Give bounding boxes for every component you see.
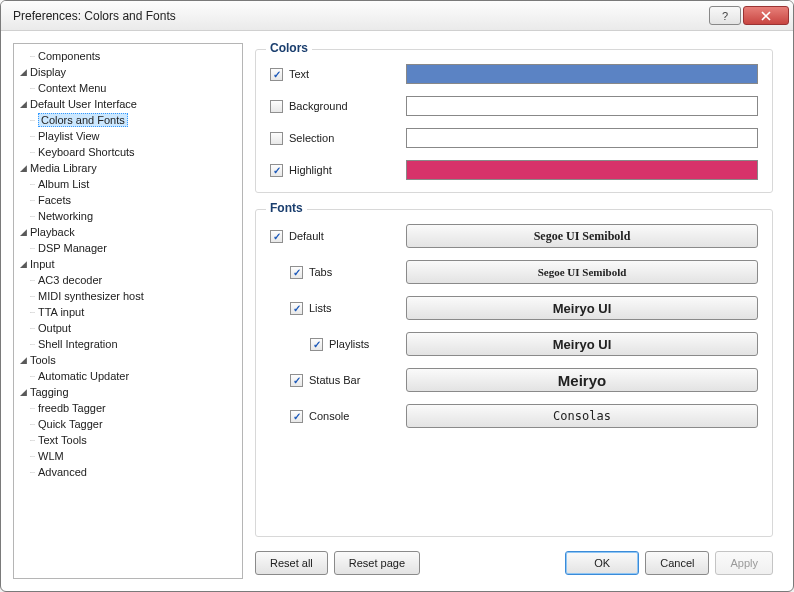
font-tabs-button[interactable]: Segoe UI Semibold bbox=[406, 260, 758, 284]
settings-panel: Colors Text Background Selection Highlig… bbox=[255, 43, 781, 579]
checkbox-icon bbox=[270, 100, 283, 113]
color-selection-swatch[interactable] bbox=[406, 128, 758, 148]
tree-item-display[interactable]: ◢Display bbox=[16, 64, 240, 80]
checkbox-icon bbox=[270, 68, 283, 81]
colors-group-title: Colors bbox=[266, 41, 312, 55]
tree-item-keyboard-shortcuts[interactable]: ┈Keyboard Shortcuts bbox=[16, 144, 240, 160]
color-background-checkbox[interactable]: Background bbox=[270, 100, 400, 113]
button-bar: Reset all Reset page OK Cancel Apply bbox=[255, 547, 781, 579]
tree-item-advanced[interactable]: ┈Advanced bbox=[16, 464, 240, 480]
checkbox-icon bbox=[290, 410, 303, 423]
tree-item-shell-integration[interactable]: ┈Shell Integration bbox=[16, 336, 240, 352]
category-tree[interactable]: ┈Components ◢Display ┈Context Menu ◢Defa… bbox=[13, 43, 243, 579]
ok-button[interactable]: OK bbox=[565, 551, 639, 575]
chevron-down-icon[interactable]: ◢ bbox=[16, 387, 30, 397]
tree-item-wlm[interactable]: ┈WLM bbox=[16, 448, 240, 464]
chevron-down-icon[interactable]: ◢ bbox=[16, 99, 30, 109]
tree-item-components[interactable]: ┈Components bbox=[16, 48, 240, 64]
tree-item-automatic-updater[interactable]: ┈Automatic Updater bbox=[16, 368, 240, 384]
font-console-checkbox[interactable]: Console bbox=[290, 410, 400, 423]
tree-item-default-ui[interactable]: ◢Default User Interface bbox=[16, 96, 240, 112]
fonts-group: Fonts Default Segoe UI Semibold Tabs Seg… bbox=[255, 209, 773, 537]
color-highlight-swatch[interactable] bbox=[406, 160, 758, 180]
tree-item-playlist-view[interactable]: ┈Playlist View bbox=[16, 128, 240, 144]
tree-item-tta[interactable]: ┈TTA input bbox=[16, 304, 240, 320]
font-playlists-checkbox[interactable]: Playlists bbox=[310, 338, 400, 351]
font-console-button[interactable]: Consolas bbox=[406, 404, 758, 428]
tree-item-tools[interactable]: ◢Tools bbox=[16, 352, 240, 368]
help-button[interactable]: ? bbox=[709, 6, 741, 25]
tree-item-input[interactable]: ◢Input bbox=[16, 256, 240, 272]
tree-item-quick-tagger[interactable]: ┈Quick Tagger bbox=[16, 416, 240, 432]
chevron-down-icon[interactable]: ◢ bbox=[16, 259, 30, 269]
color-text-checkbox[interactable]: Text bbox=[270, 68, 400, 81]
font-tabs-checkbox[interactable]: Tabs bbox=[290, 266, 400, 279]
chevron-down-icon[interactable]: ◢ bbox=[16, 227, 30, 237]
reset-page-button[interactable]: Reset page bbox=[334, 551, 420, 575]
tree-item-ac3[interactable]: ┈AC3 decoder bbox=[16, 272, 240, 288]
tree-item-media-library[interactable]: ◢Media Library bbox=[16, 160, 240, 176]
colors-group: Colors Text Background Selection Highlig… bbox=[255, 49, 773, 193]
close-icon bbox=[761, 11, 771, 21]
tree-item-freedb[interactable]: ┈freedb Tagger bbox=[16, 400, 240, 416]
font-statusbar-button[interactable]: Meiryo bbox=[406, 368, 758, 392]
font-default-checkbox[interactable]: Default bbox=[270, 230, 400, 243]
font-playlists-button[interactable]: Meiryo UI bbox=[406, 332, 758, 356]
apply-button[interactable]: Apply bbox=[715, 551, 773, 575]
checkbox-icon bbox=[310, 338, 323, 351]
color-background-swatch[interactable] bbox=[406, 96, 758, 116]
font-statusbar-checkbox[interactable]: Status Bar bbox=[290, 374, 400, 387]
color-selection-checkbox[interactable]: Selection bbox=[270, 132, 400, 145]
color-text-swatch[interactable] bbox=[406, 64, 758, 84]
chevron-down-icon[interactable]: ◢ bbox=[16, 67, 30, 77]
tree-item-playback[interactable]: ◢Playback bbox=[16, 224, 240, 240]
titlebar: Preferences: Colors and Fonts ? bbox=[1, 1, 793, 31]
tree-item-context-menu[interactable]: ┈Context Menu bbox=[16, 80, 240, 96]
reset-all-button[interactable]: Reset all bbox=[255, 551, 328, 575]
checkbox-icon bbox=[270, 230, 283, 243]
content-area: ┈Components ◢Display ┈Context Menu ◢Defa… bbox=[1, 31, 793, 591]
tree-item-tagging[interactable]: ◢Tagging bbox=[16, 384, 240, 400]
checkbox-icon bbox=[290, 266, 303, 279]
window-title: Preferences: Colors and Fonts bbox=[13, 9, 707, 23]
window-controls: ? bbox=[707, 6, 789, 25]
tree-item-colors-fonts[interactable]: ┈Colors and Fonts bbox=[16, 112, 240, 128]
checkbox-icon bbox=[270, 132, 283, 145]
color-highlight-checkbox[interactable]: Highlight bbox=[270, 164, 400, 177]
tree-item-dsp-manager[interactable]: ┈DSP Manager bbox=[16, 240, 240, 256]
tree-item-facets[interactable]: ┈Facets bbox=[16, 192, 240, 208]
tree-item-midi[interactable]: ┈MIDI synthesizer host bbox=[16, 288, 240, 304]
close-button[interactable] bbox=[743, 6, 789, 25]
preferences-window: Preferences: Colors and Fonts ? ┈Compone… bbox=[0, 0, 794, 592]
checkbox-icon bbox=[290, 374, 303, 387]
font-lists-checkbox[interactable]: Lists bbox=[290, 302, 400, 315]
tree-item-text-tools[interactable]: ┈Text Tools bbox=[16, 432, 240, 448]
tree-item-album-list[interactable]: ┈Album List bbox=[16, 176, 240, 192]
checkbox-icon bbox=[290, 302, 303, 315]
tree-item-output[interactable]: ┈Output bbox=[16, 320, 240, 336]
tree-item-networking[interactable]: ┈Networking bbox=[16, 208, 240, 224]
cancel-button[interactable]: Cancel bbox=[645, 551, 709, 575]
font-lists-button[interactable]: Meiryo UI bbox=[406, 296, 758, 320]
checkbox-icon bbox=[270, 164, 283, 177]
font-default-button[interactable]: Segoe UI Semibold bbox=[406, 224, 758, 248]
chevron-down-icon[interactable]: ◢ bbox=[16, 355, 30, 365]
chevron-down-icon[interactable]: ◢ bbox=[16, 163, 30, 173]
fonts-group-title: Fonts bbox=[266, 201, 307, 215]
